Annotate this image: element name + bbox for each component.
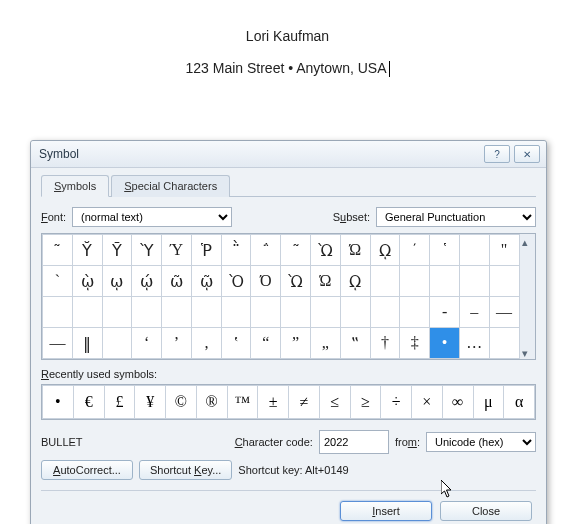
symbol-cell[interactable]: ΄	[400, 235, 430, 266]
symbol-cell[interactable]: ῀	[281, 235, 311, 266]
recent-symbol-cell[interactable]: ≥	[350, 386, 381, 419]
symbol-cell[interactable]: Ὸ	[221, 266, 251, 297]
recent-symbol-cell[interactable]: ±	[258, 386, 289, 419]
scroll-up-icon[interactable]: ▴	[522, 236, 532, 246]
symbol-cell[interactable]: ”	[281, 328, 311, 359]
symbol-cell[interactable]	[221, 297, 251, 328]
shortcut-key-button[interactable]: Shortcut Key...	[139, 460, 232, 480]
symbol-cell[interactable]: Ὺ	[132, 235, 162, 266]
recent-symbol-cell[interactable]: ®	[196, 386, 227, 419]
font-combo[interactable]: (normal text)	[72, 207, 232, 227]
symbol-cell[interactable]: „	[311, 328, 341, 359]
symbol-cell[interactable]: Ὼ	[281, 266, 311, 297]
grid-scrollbar[interactable]: ▴ ▾	[520, 234, 536, 359]
symbol-cell[interactable]: “	[251, 328, 281, 359]
symbol-cell[interactable]	[281, 297, 311, 328]
symbol-cell[interactable]: Ὼ	[311, 235, 341, 266]
subset-combo[interactable]: General Punctuation	[376, 207, 536, 227]
symbol-cell[interactable]: ῼ	[340, 266, 370, 297]
character-code-input[interactable]	[319, 430, 389, 454]
document-address: 123 Main Street • Anytown, USA	[0, 60, 575, 77]
symbol-cell[interactable]: Ύ	[162, 235, 192, 266]
symbol-cell[interactable]	[370, 297, 400, 328]
close-button[interactable]: Close	[440, 501, 532, 521]
recent-symbol-cell[interactable]: ≤	[319, 386, 350, 419]
symbol-cell[interactable]: ῳ	[102, 266, 132, 297]
recent-symbol-cell[interactable]: ¥	[135, 386, 166, 419]
symbol-cell[interactable]: ῶ	[162, 266, 192, 297]
symbol-cell[interactable]: ῾	[430, 235, 460, 266]
symbol-cell[interactable]: Ό	[251, 266, 281, 297]
symbol-cell[interactable]: ’	[162, 328, 192, 359]
symbol-cell[interactable]: ‐	[430, 297, 460, 328]
symbol-cell[interactable]: "	[489, 235, 519, 266]
symbol-cell[interactable]	[489, 266, 519, 297]
symbol-cell[interactable]: ‡	[400, 328, 430, 359]
symbol-cell[interactable]: Ώ	[340, 235, 370, 266]
symbol-cell[interactable]	[72, 297, 102, 328]
symbol-cell[interactable]	[340, 297, 370, 328]
symbol-cell[interactable]: `	[43, 266, 73, 297]
symbol-cell[interactable]: ΅	[251, 235, 281, 266]
symbol-cell[interactable]	[102, 328, 132, 359]
symbol-cell[interactable]	[430, 266, 460, 297]
symbol-cell[interactable]	[489, 328, 519, 359]
dialog-title: Symbol	[37, 147, 480, 161]
symbol-cell[interactable]: ῲ	[72, 266, 102, 297]
symbol-cell[interactable]: –	[459, 297, 489, 328]
symbol-cell[interactable]	[162, 297, 192, 328]
recent-symbol-cell[interactable]: ∞	[442, 386, 473, 419]
help-button[interactable]: ?	[484, 145, 510, 163]
symbol-cell[interactable]: ῼ	[370, 235, 400, 266]
symbol-cell[interactable]	[102, 297, 132, 328]
symbol-cell[interactable]: †	[370, 328, 400, 359]
recent-symbol-cell[interactable]: ÷	[381, 386, 412, 419]
recent-symbol-cell[interactable]: ×	[412, 386, 443, 419]
symbol-cell[interactable]: ‚	[191, 328, 221, 359]
recent-symbol-cell[interactable]: €	[73, 386, 104, 419]
recent-symbol-cell[interactable]: •	[43, 386, 74, 419]
symbol-cell[interactable]	[400, 297, 430, 328]
tab-symbols[interactable]: Symbols	[41, 175, 109, 197]
symbol-cell[interactable]	[132, 297, 162, 328]
symbol-cell[interactable]: …	[459, 328, 489, 359]
symbol-cell[interactable]	[459, 235, 489, 266]
symbol-cell[interactable]: Ῥ	[191, 235, 221, 266]
recent-symbol-cell[interactable]: £	[104, 386, 135, 419]
tab-special-accel: S	[124, 180, 131, 192]
symbol-cell[interactable]: —	[489, 297, 519, 328]
tab-symbols-rest: ymbols	[61, 180, 96, 192]
recent-symbol-cell[interactable]: α	[504, 386, 535, 419]
symbol-cell[interactable]: ‟	[340, 328, 370, 359]
symbol-cell[interactable]: ‘	[132, 328, 162, 359]
tab-special-characters[interactable]: Special Characters	[111, 175, 230, 197]
symbol-cell[interactable]	[251, 297, 281, 328]
symbol-cell[interactable]	[311, 297, 341, 328]
symbol-cell[interactable]	[191, 297, 221, 328]
symbol-cell[interactable]: ‖	[72, 328, 102, 359]
symbol-cell[interactable]	[370, 266, 400, 297]
titlebar[interactable]: Symbol ? ✕	[31, 141, 546, 168]
symbol-cell[interactable]: Ώ	[311, 266, 341, 297]
recent-symbol-cell[interactable]: ©	[166, 386, 197, 419]
recent-symbol-cell[interactable]: μ	[473, 386, 504, 419]
autocorrect-button[interactable]: AutoCorrect...	[41, 460, 133, 480]
symbol-cell[interactable]: ―	[43, 328, 73, 359]
recent-symbol-cell[interactable]: ™	[227, 386, 258, 419]
from-combo[interactable]: Unicode (hex)	[426, 432, 536, 452]
symbol-cell[interactable]	[43, 297, 73, 328]
symbol-cell[interactable]: Ῡ	[102, 235, 132, 266]
insert-button[interactable]: Insert	[340, 501, 432, 521]
scroll-down-icon[interactable]: ▾	[522, 347, 532, 357]
symbol-cell[interactable]: •	[430, 328, 460, 359]
recent-symbol-cell[interactable]: ≠	[289, 386, 320, 419]
symbol-cell[interactable]	[400, 266, 430, 297]
symbol-cell[interactable]: ῭	[221, 235, 251, 266]
symbol-cell[interactable]: ῀	[43, 235, 73, 266]
symbol-cell[interactable]	[459, 266, 489, 297]
symbol-cell[interactable]: ‛	[221, 328, 251, 359]
symbol-cell[interactable]: ῷ	[191, 266, 221, 297]
close-x-button[interactable]: ✕	[514, 145, 540, 163]
symbol-cell[interactable]: Ῠ	[72, 235, 102, 266]
symbol-cell[interactable]: ῴ	[132, 266, 162, 297]
